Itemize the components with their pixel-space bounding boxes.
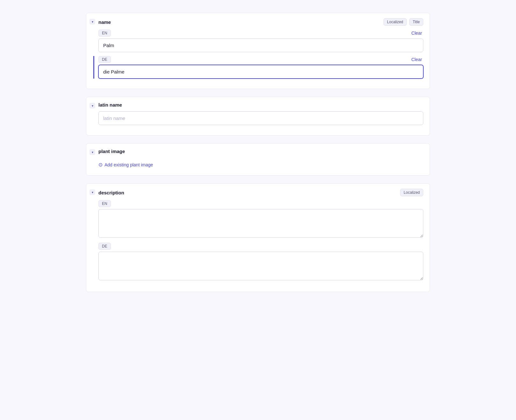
add-link-plant-image[interactable]: ⊙Add existing plant image [98,160,153,169]
locale-tag-EN: EN [98,200,111,207]
clear-button-name-DE[interactable]: Clear [410,56,423,63]
badge-title[interactable]: Title [409,18,423,26]
field-badges-description: Localized [400,189,423,196]
collapse-button-latin-name[interactable]: ▾ [86,97,98,108]
chevron-down-icon: ▾ [90,149,95,155]
locale-header-description-EN: EN [98,200,423,207]
locale-section-description-EN: EN [98,200,423,239]
field-content-latin-name: latin name [98,97,430,135]
field-label-name: name [98,19,111,25]
chevron-down-icon: ▾ [90,19,95,24]
page-container: ▾nameLocalizedTitleENClearDEClear▾latin … [73,6,443,306]
collapse-button-description[interactable]: ▾ [86,184,98,195]
locale-tag-DE: DE [98,243,111,250]
field-badges-name: LocalizedTitle [383,18,423,26]
input-latin-name-0[interactable] [98,111,423,125]
field-header-plant-image: plant image [98,149,423,154]
field-block-name: ▾nameLocalizedTitleENClearDEClear [86,13,430,89]
add-link-label: Add existing plant image [104,162,153,167]
locale-header-name-DE: DEClear [98,56,423,63]
locale-header-description-DE: DE [98,243,423,250]
locale-section-latin-name-0 [98,111,423,125]
field-content-plant-image: plant image⊙Add existing plant image [98,144,430,175]
field-label-plant-image: plant image [98,149,125,154]
chevron-down-icon: ▾ [90,189,95,195]
input-name-DE[interactable] [98,65,423,79]
field-block-description: ▾descriptionLocalizedENDE [86,183,430,292]
locale-section-name-EN: ENClear [98,30,423,52]
field-label-latin-name: latin name [98,102,122,108]
badge-localized[interactable]: Localized [383,18,407,26]
locale-section-description-DE: DE [98,243,423,282]
field-header-name: nameLocalizedTitle [98,18,423,26]
chevron-down-icon: ▾ [90,103,95,108]
field-label-description: description [98,190,124,195]
field-header-latin-name: latin name [98,102,423,108]
collapse-button-plant-image[interactable]: ▾ [86,144,98,155]
collapse-button-name[interactable]: ▾ [86,13,98,24]
locale-section-name-DE: DEClear [93,56,423,79]
field-content-name: nameLocalizedTitleENClearDEClear [98,13,430,89]
textarea-description-DE[interactable] [98,252,423,280]
locale-tag-EN: EN [98,30,111,37]
locale-header-name-EN: ENClear [98,30,423,37]
field-block-plant-image: ▾plant image⊙Add existing plant image [86,143,430,176]
locale-tag-DE: DE [98,56,111,63]
field-content-description: descriptionLocalizedENDE [98,184,430,292]
input-name-EN[interactable] [98,38,423,52]
badge-localized[interactable]: Localized [400,189,423,196]
field-block-latin-name: ▾latin name [86,97,430,136]
link-icon: ⊙ [98,162,103,168]
clear-button-name-EN[interactable]: Clear [410,30,423,36]
textarea-description-EN[interactable] [98,209,423,238]
field-header-description: descriptionLocalized [98,189,423,196]
